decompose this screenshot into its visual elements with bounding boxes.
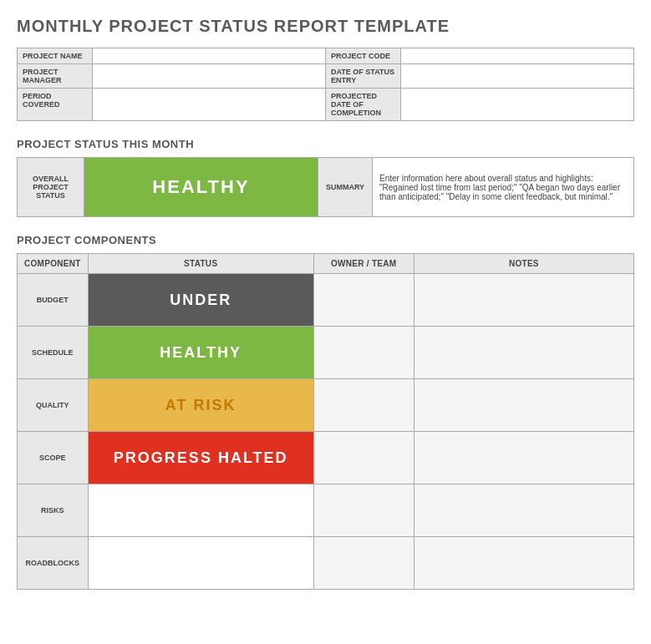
- component-label: RISKS: [18, 484, 89, 537]
- component-status-badge: UNDER: [89, 274, 313, 326]
- project-code-value[interactable]: [401, 48, 634, 64]
- summary-label: SUMMARY: [318, 158, 373, 217]
- component-notes[interactable]: [414, 274, 633, 327]
- col-header-status: STATUS: [88, 254, 313, 274]
- col-header-component: COMPONENT: [18, 254, 89, 274]
- component-status-cell: [88, 537, 313, 590]
- date-status-value[interactable]: [401, 64, 634, 89]
- component-status-badge: [89, 484, 313, 536]
- project-manager-value[interactable]: [93, 64, 326, 89]
- component-status-badge: HEALTHY: [89, 327, 313, 378]
- projected-date-label: PROJECTED DATE OF COMPLETION: [326, 89, 401, 121]
- component-owner[interactable]: [313, 327, 414, 379]
- table-row: BUDGETUNDER: [18, 274, 634, 327]
- overall-status-label: OVERALL PROJECT STATUS: [18, 158, 84, 217]
- component-status-badge: AT RISK: [89, 379, 313, 431]
- component-label: SCOPE: [18, 432, 89, 484]
- component-status-cell: PROGRESS HALTED: [88, 432, 313, 484]
- component-status-badge: PROGRESS HALTED: [89, 432, 313, 484]
- component-status-badge: [89, 537, 313, 589]
- component-label: BUDGET: [18, 274, 89, 327]
- project-name-value[interactable]: [93, 48, 326, 64]
- component-owner[interactable]: [313, 274, 414, 327]
- components-section-title: PROJECT COMPONENTS: [17, 234, 634, 246]
- component-owner[interactable]: [313, 432, 414, 484]
- component-notes[interactable]: [414, 484, 633, 537]
- component-notes[interactable]: [414, 537, 633, 590]
- component-status-cell: [88, 484, 313, 537]
- date-status-label: DATE OF STATUS ENTRY: [326, 64, 401, 89]
- component-label: ROADBLOCKS: [18, 537, 89, 590]
- summary-text[interactable]: Enter information here about overall sta…: [373, 158, 634, 217]
- project-name-label: PROJECT NAME: [18, 48, 93, 64]
- col-header-notes: NOTES: [414, 254, 633, 274]
- status-table: OVERALL PROJECT STATUS HEALTHY SUMMARY E…: [17, 157, 634, 217]
- status-section-title: PROJECT STATUS THIS MONTH: [17, 138, 634, 150]
- table-row: QUALITYAT RISK: [18, 379, 634, 432]
- component-status-cell: UNDER: [88, 274, 313, 327]
- component-owner[interactable]: [313, 379, 414, 432]
- component-label: QUALITY: [18, 379, 89, 432]
- component-owner[interactable]: [313, 484, 414, 537]
- component-status-cell: HEALTHY: [88, 327, 313, 379]
- period-covered-label: PERIOD COVERED: [18, 89, 93, 121]
- table-row: ROADBLOCKS: [18, 537, 634, 590]
- col-header-owner: OWNER / TEAM: [313, 254, 414, 274]
- component-status-cell: AT RISK: [88, 379, 313, 432]
- period-covered-value[interactable]: [93, 89, 326, 121]
- components-table: COMPONENT STATUS OWNER / TEAM NOTES BUDG…: [17, 253, 634, 590]
- overall-status-badge-cell: HEALTHY: [84, 158, 318, 217]
- info-table: PROJECT NAME PROJECT CODE PROJECT MANAGE…: [17, 48, 634, 121]
- project-code-label: PROJECT CODE: [326, 48, 401, 64]
- projected-date-value[interactable]: [401, 89, 634, 121]
- table-row: SCHEDULEHEALTHY: [18, 327, 634, 379]
- component-notes[interactable]: [414, 327, 633, 379]
- page-title: MONTHLY PROJECT STATUS REPORT TEMPLATE: [17, 17, 634, 36]
- component-notes[interactable]: [414, 379, 633, 432]
- component-owner[interactable]: [313, 537, 414, 590]
- project-manager-label: PROJECT MANAGER: [18, 64, 93, 89]
- component-notes[interactable]: [414, 432, 633, 484]
- component-label: SCHEDULE: [18, 327, 89, 379]
- overall-status-badge: HEALTHY: [84, 158, 318, 216]
- table-row: SCOPEPROGRESS HALTED: [18, 432, 634, 484]
- table-row: RISKS: [18, 484, 634, 537]
